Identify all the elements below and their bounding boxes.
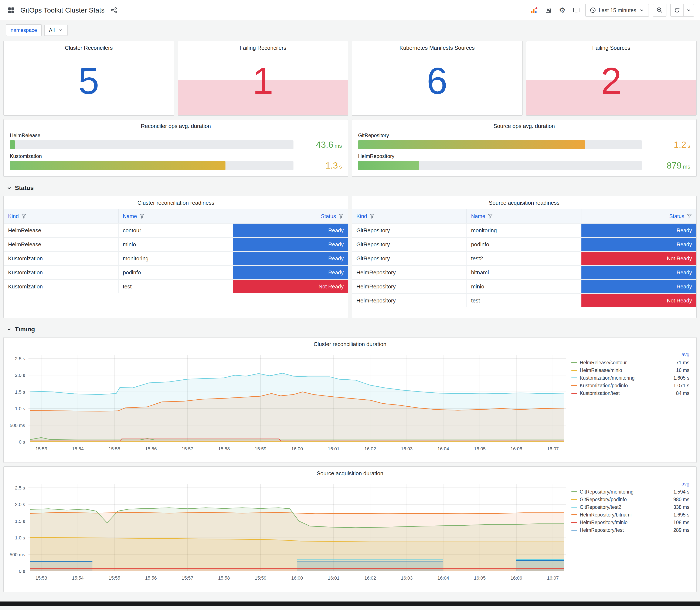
legend-avg-value: 1.605 s	[667, 375, 689, 381]
svg-text:15:59: 15:59	[255, 575, 266, 581]
legend-series-name[interactable]: GitRepository/monitoring	[571, 489, 667, 495]
gauge-panel-reconciler-ops-avg-duration: Reconciler ops avg. durationHelmRelease4…	[3, 119, 348, 177]
time-series-plot[interactable]: 15:5315:5415:5515:5615:5715:5815:5916:00…	[5, 480, 571, 587]
panel-title[interactable]: Source acquisition readiness	[352, 196, 696, 208]
variable-value-dropdown[interactable]: All	[44, 25, 68, 36]
panel-title[interactable]: Cluster reconciliation readiness	[4, 196, 348, 208]
save-icon[interactable]	[543, 5, 553, 15]
svg-text:2.0 s: 2.0 s	[15, 502, 25, 507]
legend-series-label: GitRepository/monitoring	[580, 489, 634, 495]
panel-title[interactable]: Cluster reconciliation duration	[4, 338, 696, 349]
legend-series-label: HelmRepository/bitnami	[580, 512, 632, 518]
panel-title[interactable]: Kubernetes Manifests Sources	[352, 41, 522, 53]
stat-value: 2	[526, 53, 696, 115]
legend-series-name[interactable]: HelmRepository/minio	[571, 520, 667, 525]
gauge-rows: GitRepository1.2sHelmRepository879ms	[352, 131, 696, 171]
status-cell: Not Ready	[582, 294, 696, 307]
column-header-name[interactable]: Name	[467, 209, 582, 223]
gauge-value-number: 1.2	[674, 140, 686, 150]
gauge-row-gitrepository: GitRepository1.2s	[358, 132, 690, 150]
legend-row: Kustomization/test84 ms	[571, 389, 689, 397]
legend-series-name[interactable]: GitRepository/podinfo	[571, 497, 667, 502]
legend-series-name[interactable]: Kustomization/test	[571, 390, 667, 396]
panel-title[interactable]: Reconciler ops avg. duration	[4, 119, 348, 131]
legend-series-name[interactable]: HelmRelease/contour	[571, 360, 667, 366]
gauge-value-unit: s	[687, 143, 690, 149]
timing-section-toggle[interactable]: Timing	[3, 322, 697, 337]
column-header-name[interactable]: Name	[118, 209, 233, 223]
gauge-value-unit: ms	[335, 143, 342, 149]
add-panel-icon[interactable]	[529, 5, 539, 15]
legend-series-label: Kustomization/test	[580, 390, 620, 396]
svg-text:15:54: 15:54	[72, 575, 84, 581]
table-cell: podinfo	[467, 238, 582, 251]
gauge-bar-track	[358, 140, 642, 149]
column-header-kind[interactable]: Kind	[4, 209, 118, 223]
zoom-out-button[interactable]	[653, 4, 666, 17]
legend-series-name[interactable]: Kustomization/monitoring	[571, 375, 667, 381]
svg-text:0 s: 0 s	[19, 568, 25, 574]
gauge-line: 43.6ms	[10, 140, 342, 150]
status-section-toggle[interactable]: Status	[3, 180, 697, 196]
filter-icon[interactable]	[21, 214, 26, 219]
time-range-label: Last 15 minutes	[599, 7, 636, 13]
settings-gear-icon[interactable]: ⚙	[557, 5, 567, 15]
table-header-row: KindNameStatus	[4, 209, 348, 223]
panel-title[interactable]: Cluster Reconcilers	[4, 41, 174, 53]
panel-title[interactable]: Source acquisition duration	[4, 467, 696, 479]
table-cell: Kustomization	[4, 252, 118, 265]
legend-series-name[interactable]: Kustomization/podinfo	[571, 383, 667, 388]
legend-series-label: HelmRelease/contour	[580, 360, 627, 366]
time-range-picker[interactable]: Last 15 minutes	[585, 4, 649, 17]
table-row: KustomizationmonitoringReady	[4, 251, 348, 265]
gauge-line: 1.2s	[358, 140, 690, 150]
legend-series-name[interactable]: HelmRepository/bitnami	[571, 512, 667, 518]
share-icon[interactable]	[109, 5, 119, 15]
svg-text:16:00: 16:00	[291, 575, 303, 581]
column-header-kind[interactable]: Kind	[352, 209, 467, 223]
svg-text:16:03: 16:03	[401, 446, 412, 451]
legend-series-label: Kustomization/monitoring	[580, 375, 635, 381]
time-series-plot[interactable]: 15:5315:5415:5515:5615:5715:5815:5916:00…	[5, 351, 571, 458]
filter-funnel-icon	[687, 214, 692, 219]
stat-panel-failing-sources: Failing Sources2	[526, 41, 697, 116]
series-color-dash-icon	[571, 507, 577, 508]
table-cell: monitoring	[118, 252, 233, 265]
column-header-label: Kind	[356, 213, 367, 219]
gauge-panel-source-ops-avg-duration: Source ops avg. durationGitRepository1.2…	[352, 119, 697, 177]
filter-icon[interactable]	[488, 214, 493, 219]
filter-icon[interactable]	[339, 214, 344, 219]
gauge-row-kustomization: Kustomization1.3s	[10, 153, 342, 171]
legend-row: GitRepository/test2338 ms	[571, 503, 689, 511]
table-row: HelmReleasecontourReady	[4, 223, 348, 237]
variable-value-text: All	[49, 27, 55, 33]
svg-text:2.5 s: 2.5 s	[15, 356, 25, 361]
filter-icon[interactable]	[140, 214, 145, 219]
legend-series-name[interactable]: HelmRelease/minio	[571, 368, 667, 373]
panel-title[interactable]: Failing Reconcilers	[178, 41, 348, 53]
legend-series-name[interactable]: HelmRepository/test	[571, 527, 667, 533]
table-cell: minio	[118, 238, 233, 251]
dashboards-grid-icon[interactable]	[6, 5, 16, 15]
refresh-interval-caret[interactable]	[684, 4, 694, 17]
gauge-value: 1.3s	[300, 160, 342, 171]
panel-title[interactable]: Source ops avg. duration	[352, 119, 696, 131]
tv-mode-icon[interactable]	[571, 5, 582, 15]
chart-panel-cluster-reconciliation-duration: Cluster reconciliation duration15:5315:5…	[3, 337, 697, 463]
panel-title[interactable]: Failing Sources	[526, 41, 696, 53]
status-cell: Ready	[233, 252, 348, 265]
filter-icon[interactable]	[687, 214, 692, 219]
readiness-table: KindNameStatusGitRepositorymonitoringRea…	[352, 209, 696, 307]
legend-row: Kustomization/monitoring1.605 s	[571, 374, 689, 382]
bottom-bar	[0, 601, 700, 606]
column-header-status[interactable]: Status	[582, 209, 696, 223]
column-header-status[interactable]: Status	[233, 209, 348, 223]
gauge-rows: HelmRelease43.6msKustomization1.3s	[4, 131, 348, 171]
status-cell: Ready	[582, 266, 696, 279]
svg-text:16:00: 16:00	[291, 446, 303, 451]
legend-series-name[interactable]: GitRepository/test2	[571, 504, 667, 510]
chart-body: 15:5315:5415:5515:5615:5715:5815:5916:00…	[4, 349, 696, 458]
refresh-icon[interactable]	[670, 4, 684, 17]
filter-icon[interactable]	[370, 214, 375, 219]
table-cell: minio	[467, 280, 582, 293]
